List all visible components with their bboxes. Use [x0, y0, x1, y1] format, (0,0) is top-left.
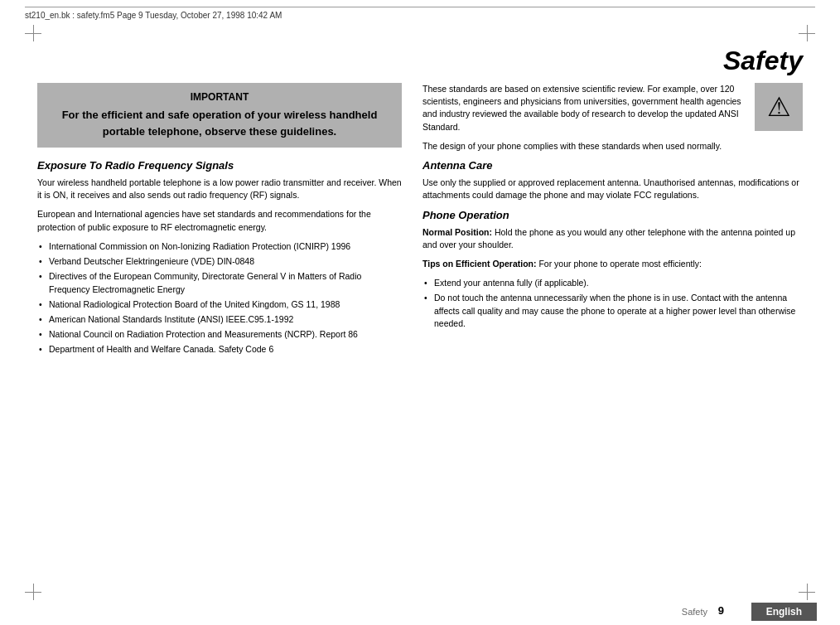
footer-page-number: 9	[718, 604, 724, 617]
section2-heading: Antenna Care	[422, 159, 803, 172]
warning-icon: ⚠	[767, 91, 791, 123]
list-item: National Radiological Protection Board o…	[37, 298, 402, 311]
important-title: IMPORTANT	[50, 91, 389, 103]
footer-language-box: English	[751, 603, 817, 621]
section2-para: Use only the supplied or approved replac…	[422, 177, 803, 201]
content-area: IMPORTANT For the efficient and safe ope…	[37, 83, 803, 575]
list-item: Directives of the European Community, Di…	[37, 270, 402, 295]
list-item: Verband Deutscher Elektringenieure (VDE)…	[37, 255, 402, 268]
important-body: For the efficient and safe operation of …	[50, 107, 389, 139]
header-text: st210_en.bk : safety.fm5 Page 9 Tuesday,…	[25, 11, 282, 20]
tips-label: Tips on Efficient Operation:	[422, 259, 536, 269]
left-column: IMPORTANT For the efficient and safe ope…	[37, 83, 402, 363]
tips-bullet-list: Extend your antenna fully (if applicable…	[422, 277, 803, 330]
page-title: Safety	[723, 46, 803, 76]
section1-para2: European and International agencies have…	[37, 208, 402, 233]
tips-intro: Tips on Efficient Operation: For your ph…	[422, 258, 803, 270]
important-box: IMPORTANT For the efficient and safe ope…	[37, 83, 402, 148]
top-header: st210_en.bk : safety.fm5 Page 9 Tuesday,…	[25, 7, 815, 20]
tips-text: For your phone to operate most efficient…	[538, 259, 702, 269]
list-item: International Commission on Non-Ionizing…	[37, 240, 402, 253]
normal-position-label: Normal Position:	[422, 227, 492, 237]
section1-para1: Your wireless handheld portable telephon…	[37, 177, 402, 201]
list-item: Do not touch the antenna unnecessarily w…	[422, 292, 803, 330]
page-container: st210_en.bk : safety.fm5 Page 9 Tuesday,…	[0, 0, 840, 625]
crosshair-top-right	[799, 25, 815, 41]
section3-heading: Phone Operation	[422, 209, 803, 221]
footer-section-label: Safety	[682, 607, 707, 617]
list-item: Extend your antenna fully (if applicable…	[422, 277, 803, 289]
list-item: Department of Health and Welfare Canada.…	[37, 343, 402, 356]
crosshair-top-left	[25, 25, 41, 41]
right-para1: These standards are based on extensive s…	[422, 83, 803, 133]
warning-icon-box: ⚠	[755, 83, 803, 131]
right-para2: The design of your phone complies with t…	[422, 140, 803, 153]
footer-language: English	[766, 606, 802, 618]
footer-bar: Safety 9 English	[0, 594, 840, 625]
right-column: ⚠ These standards are based on extensive…	[422, 83, 803, 337]
list-item: National Council on Radiation Protection…	[37, 328, 402, 341]
section1-heading: Exposure To Radio Frequency Signals	[37, 159, 402, 172]
normal-position: Normal Position: Hold the phone as you w…	[422, 226, 803, 251]
list-item: American National Standards Institute (A…	[37, 313, 402, 326]
bullet-list: International Commission on Non-Ionizing…	[37, 240, 402, 356]
